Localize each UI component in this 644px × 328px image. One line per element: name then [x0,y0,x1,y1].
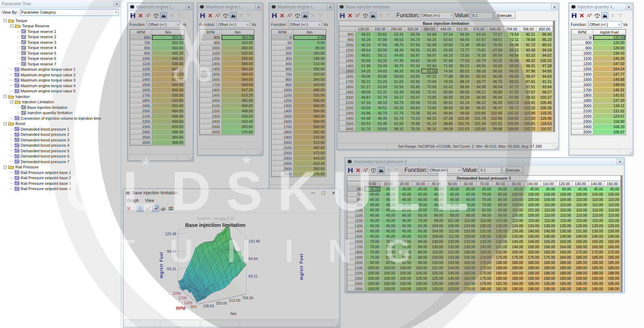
value-cell[interactable]: 568.00 [293,103,326,109]
value-cell[interactable]: 125.00 [428,281,444,286]
rpm-row-header[interactable]: 500 [272,61,293,67]
close-icon[interactable] [327,4,333,9]
value-cell[interactable]: 91.72 [520,42,536,48]
value-cell[interactable]: 61.56 [388,121,405,126]
value-cell[interactable]: 180.00 [492,260,508,265]
value-cell[interactable]: 195.00 [556,281,573,286]
value-cell[interactable]: 185.00 [524,271,540,276]
value-cell[interactable]: 165.00 [604,244,621,250]
value-cell[interactable]: 185.00 [604,260,621,265]
value-cell[interactable]: 100.00 [380,276,396,281]
value-cell[interactable]: 120.00 [428,260,444,265]
value-cell[interactable]: 93.94 [536,84,553,90]
value-cell[interactable]: 100.00 [380,271,396,276]
value-cell[interactable]: 140.00 [476,244,492,250]
value-cell[interactable]: 59.55 [405,48,421,53]
tree-item-16[interactable]: Base injection limitation [0,105,121,110]
rpm-row-header[interactable]: 1300 [572,67,593,72]
value-cell[interactable]: 160.00 [293,51,326,56]
value-cell[interactable]: 146.26 [593,56,626,61]
rpm-row-header[interactable]: 2500 [339,121,355,126]
value-cell[interactable]: 45.00 [428,187,444,192]
value-cell[interactable]: 175.00 [476,260,492,265]
rpm-row-header[interactable]: 2000 [347,260,365,265]
value-cell[interactable]: 120.00 [593,40,626,46]
value-cell[interactable]: 89.90 [454,84,471,90]
value-cell[interactable]: 424.00 [222,40,254,46]
scales-icon[interactable] [294,12,301,19]
value-cell[interactable]: 51.00 [444,208,461,213]
rpm-row-header[interactable]: 1600 [339,74,355,79]
value-cell[interactable]: 97.91 [520,79,536,84]
rpm-row-header[interactable]: 800 [572,40,593,46]
value-cell[interactable]: 51.23 [372,79,388,84]
value-cell[interactable]: 100.00 [396,265,413,271]
value-cell[interactable]: 49.06 [355,74,372,79]
value-cell[interactable]: 164.00 [556,244,573,250]
column-header[interactable]: 100.00 [524,181,540,187]
scales-icon[interactable] [362,12,369,19]
value-cell[interactable]: 110.00 [604,208,621,213]
function-select[interactable]: Offset (+/-)∨ [216,21,250,28]
value-cell[interactable]: 130.00 [492,223,508,229]
value-cell[interactable]: 480.00 [293,88,326,93]
value-cell[interactable]: 180.00 [540,265,556,271]
tree-item-27[interactable]: −Rail Pressure [0,165,121,170]
value-cell[interactable]: 132.00 [444,250,461,255]
value-cell[interactable]: 80.00 [380,250,396,255]
tree-item-19[interactable]: −Boost [0,121,121,127]
value-cell[interactable]: 59.26 [454,32,471,37]
value-cell[interactable]: 106.35 [536,105,553,111]
value-cell[interactable]: 70.00 [476,192,492,197]
rpm-row-header[interactable]: 1100 [572,56,593,61]
value-cell[interactable]: 124.00 [461,223,477,229]
line-chart-icon[interactable] [214,12,221,19]
value-cell[interactable]: 100.00 [396,281,413,286]
value-cell[interactable]: 72.95 [421,95,438,100]
value-cell[interactable]: 77.98 [438,74,454,79]
value-cell[interactable]: 44.86 [355,111,372,116]
value-cell[interactable]: 95.00 [492,208,508,213]
rpm-row-header[interactable]: 2600 [339,126,355,132]
rpm-row-header[interactable]: 1700 [200,82,222,88]
value-cell[interactable]: 133.00 [461,239,477,244]
save-icon[interactable] [570,12,577,19]
tree-item-21[interactable]: Demanded boost pressure 2 [0,132,121,138]
value-cell[interactable]: 51.37 [372,90,388,95]
value-cell[interactable]: 99.40 [504,74,520,79]
value-cell[interactable]: 62.63 [438,37,454,42]
rpm-row-header[interactable]: 2500 [272,166,293,172]
value-cell[interactable]: 568.00 [222,82,254,88]
collapse-icon[interactable]: − [4,19,7,22]
tree-item-31[interactable]: Rail Pressure setpoint base 4 [0,186,121,192]
value-cell[interactable]: 105.00 [413,286,429,292]
value-cell[interactable]: 140.00 [508,239,525,244]
column-header[interactable]: RPM [130,30,152,35]
value-cell[interactable]: 571.20 [152,72,185,77]
save-icon[interactable] [199,12,206,19]
value-cell[interactable]: 88.18 [471,69,487,74]
line-chart-icon[interactable] [354,12,361,19]
rpm-row-header[interactable]: 2400 [130,130,152,135]
rpm-row-header[interactable]: 1900 [347,255,365,260]
value-cell[interactable]: 568.00 [293,124,326,130]
value-cell[interactable]: 45.00 [444,197,461,202]
value-cell[interactable]: 94.85 [536,69,553,74]
value-cell[interactable]: 94.63 [536,74,553,79]
value-cell[interactable]: 93.06 [487,63,504,69]
value-cell[interactable]: 85.54 [487,53,504,58]
rpm-row-header[interactable]: 2500 [572,130,593,135]
value-cell[interactable]: 110.00 [540,213,556,218]
tree-item-13[interactable]: Maximum engine torque value 5 [0,89,121,94]
value-cell[interactable]: 100.00 [365,276,381,281]
scatter-icon[interactable] [144,205,151,212]
value-cell[interactable]: 141.00 [492,244,508,250]
value-cell[interactable]: 67.57 [471,37,487,42]
value-cell[interactable]: 98.31 [520,63,536,69]
value-cell[interactable]: 46.40 [372,116,388,121]
value-cell[interactable]: 78.68 [520,37,536,42]
value-cell[interactable]: 45.00 [492,187,508,192]
value-cell[interactable]: 50.00 [372,48,388,53]
delete-icon[interactable] [346,12,353,19]
value-cell[interactable]: 53.79 [388,100,405,105]
